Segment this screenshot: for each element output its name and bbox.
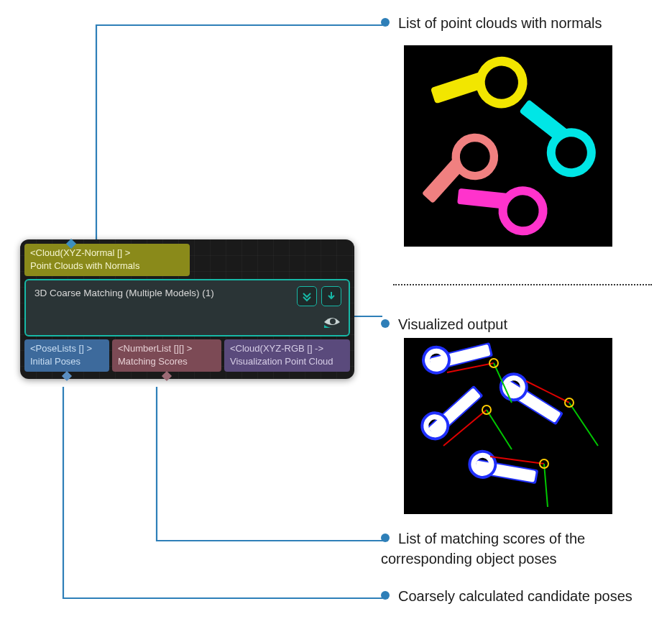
node-body[interactable]: 3D Coarse Matching (Multiple Models) (1) xyxy=(24,279,350,336)
thumbnail-visualized-output xyxy=(404,338,612,514)
svg-line-5 xyxy=(569,403,598,446)
visualize-toggle[interactable] xyxy=(323,313,341,331)
expand-button[interactable] xyxy=(297,286,317,306)
node-title: 3D Coarse Matching (Multiple Models) (1) xyxy=(34,288,340,298)
svg-line-7 xyxy=(443,410,487,446)
svg-line-1 xyxy=(447,363,494,372)
output-port-label: Visualization Point Cloud xyxy=(230,355,344,368)
annotation-text: List of point clouds with normals xyxy=(398,15,602,31)
svg-line-8 xyxy=(487,410,512,449)
annotation-candidate-poses: Coarsely calculated candidate poses xyxy=(381,586,632,606)
input-port-label: Point Clouds with Normals xyxy=(30,260,184,273)
output-port-label: Matching Scores xyxy=(118,355,216,368)
step-node: <Cloud(XYZ-Normal [] > Point Clouds with… xyxy=(20,239,354,379)
input-port-point-clouds[interactable]: <Cloud(XYZ-Normal [] > Point Clouds with… xyxy=(24,244,190,276)
bullet-icon xyxy=(381,319,390,328)
bullet-icon xyxy=(381,18,390,27)
svg-line-11 xyxy=(544,464,548,507)
eye-icon xyxy=(323,313,341,328)
output-port-initial-poses[interactable]: <PoseLists [] > Initial Poses xyxy=(24,339,109,372)
chevron-double-down-icon xyxy=(301,290,313,302)
bullet-icon xyxy=(381,591,390,600)
pose-axes-icon xyxy=(404,338,612,514)
annotation-text: Visualized output xyxy=(398,316,507,332)
output-port-label: Initial Poses xyxy=(30,355,103,368)
annotation-text: List of matching scores of the correspon… xyxy=(381,531,585,567)
annotation-text: Coarsely calculated candidate poses xyxy=(398,588,632,604)
download-icon xyxy=(326,290,337,302)
input-port-type: <Cloud(XYZ-Normal [] > xyxy=(30,247,184,260)
annotation-visualized-output: Visualized output xyxy=(381,314,507,334)
output-port-type: <PoseLists [] > xyxy=(30,342,103,355)
svg-line-2 xyxy=(494,363,512,403)
download-button[interactable] xyxy=(321,286,341,306)
output-port-type: <NumberList [][] > xyxy=(118,342,216,355)
bullet-icon xyxy=(381,533,390,542)
output-port-matching-scores[interactable]: <NumberList [][] > Matching Scores xyxy=(112,339,221,372)
annotation-input: List of point clouds with normals xyxy=(381,13,602,33)
svg-line-4 xyxy=(526,381,569,403)
output-port-type: <Cloud(XYZ-RGB [] -> xyxy=(230,342,344,355)
annotation-matching-scores: List of matching scores of the correspon… xyxy=(381,528,640,569)
divider xyxy=(393,284,652,285)
output-port-visualization[interactable]: <Cloud(XYZ-RGB [] -> Visualization Point… xyxy=(224,339,350,372)
svg-point-0 xyxy=(330,319,336,324)
thumbnail-input-clouds xyxy=(404,45,612,247)
svg-line-10 xyxy=(490,457,544,464)
